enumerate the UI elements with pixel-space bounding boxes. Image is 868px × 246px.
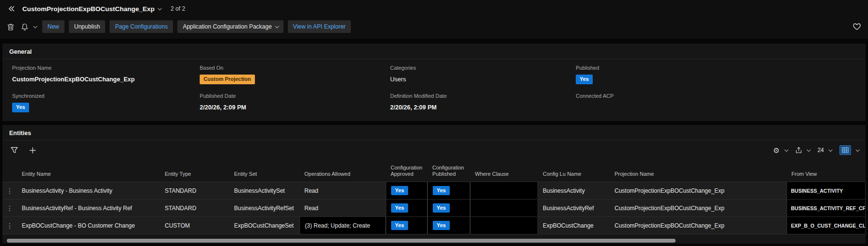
export-button[interactable] (795, 147, 810, 154)
bell-icon (21, 23, 28, 31)
cell-config-lu-name: ExpBOCustChange (538, 217, 610, 234)
view-mode-selector[interactable] (839, 145, 859, 155)
column-header-configuration-approved[interactable]: Configuration Approved (386, 165, 427, 182)
kebab-icon: ⋮ (6, 187, 13, 194)
delete-button[interactable] (6, 21, 16, 32)
kebab-icon: ⋮ (6, 222, 13, 229)
field-published: Published Yes (576, 65, 866, 84)
synchronized-badge: Yes (12, 103, 29, 112)
published-date-label: Published Date (200, 93, 390, 99)
projection-name-label: Projection Name (12, 65, 200, 71)
new-button[interactable]: New (42, 20, 64, 33)
synchronized-value: Yes (12, 103, 200, 112)
approved-badge: Yes (391, 186, 408, 195)
cell-projection-name: CustomProjectionExpBOCustChange_Exp (610, 200, 787, 216)
bell-chevron-down-icon (33, 24, 37, 28)
row-menu-button[interactable]: ⋮ (2, 217, 17, 234)
approved-badge: Yes (391, 221, 408, 230)
cell-where-clause (470, 200, 538, 216)
column-header-from-view[interactable]: From View (787, 171, 866, 182)
page-title: CustomProjectionExpBOCustChange_Exp (22, 5, 155, 13)
view-in-api-explorer-button[interactable]: View in API Explorer (288, 20, 351, 33)
collapse-back-button[interactable] (6, 3, 17, 15)
published-badge: Yes (433, 203, 450, 213)
page-configurations-button[interactable]: Page Configurations (110, 20, 173, 33)
entities-section: Entities ⚙ 24 (2, 125, 866, 244)
table-view-icon (839, 145, 851, 155)
categories-label: Categories (390, 65, 576, 71)
cell-configuration-approved: Yes (386, 217, 427, 234)
column-header-entity-type[interactable]: Entity Type (160, 171, 229, 182)
gear-chevron-down-icon (784, 148, 788, 152)
double-chevron-left-icon (8, 5, 16, 13)
heart-icon (853, 23, 861, 30)
record-pager: 2 of 2 (171, 5, 185, 12)
cell-operations-allowed: (3) Read; Update; Create (300, 217, 386, 234)
column-header-projection-name[interactable]: Projection Name (610, 171, 787, 182)
row-menu-button[interactable]: ⋮ (2, 182, 17, 199)
filter-funnel-icon (11, 147, 18, 154)
column-header-config-lu-name[interactable]: Config Lu Name (538, 171, 610, 182)
entities-section-header: Entities (2, 125, 866, 140)
column-header-configuration-published[interactable]: Configuration Published (427, 165, 470, 182)
plus-icon (30, 147, 36, 154)
grid-toolbar-right: ⚙ 24 (773, 145, 859, 155)
title-dropdown-chevron-icon[interactable] (158, 6, 162, 10)
categories-value: Users (390, 75, 576, 84)
unpublish-button[interactable]: Unpublish (69, 20, 105, 33)
package-chevron-down-icon (275, 24, 279, 28)
app-root: CustomProjectionExpBOCustChange_Exp 2 of… (0, 0, 868, 244)
cell-projection-name: CustomProjectionExpBOCustChange_Exp (610, 182, 787, 199)
cell-entity-set: BusinessActivitySet (229, 182, 300, 199)
action-toolbar: New Unpublish Page Configurations Applic… (0, 17, 868, 36)
export-chevron-down-icon (806, 148, 810, 152)
definition-modified-date-label: Definition Modified Date (390, 93, 576, 99)
published-badge: Yes (576, 75, 593, 84)
cell-configuration-published: Yes (427, 217, 470, 234)
field-categories: Categories Users (390, 65, 576, 84)
title-bar: CustomProjectionExpBOCustChange_Exp 2 of… (0, 0, 868, 17)
projection-name-value: CustomProjectionExpBOCustChange_Exp (12, 75, 200, 84)
table-row[interactable]: ⋮ BusinessActivityRef - Business Activit… (2, 200, 866, 217)
view-mode-chevron-down-icon (855, 148, 859, 152)
cell-configuration-approved: Yes (386, 182, 427, 199)
table-row[interactable]: ⋮ ExpBOCustChange - BO Customer Change C… (2, 217, 866, 234)
page-size-value: 24 (818, 147, 824, 154)
column-header-entity-set[interactable]: Entity Set (229, 171, 300, 182)
entities-section-title: Entities (9, 130, 31, 137)
column-header-entity-name[interactable]: Entity Name (17, 171, 160, 182)
application-configuration-package-dropdown[interactable]: Application Configuration Package (177, 20, 283, 33)
cell-entity-name: BusinessActivityRef - Business Activity … (17, 200, 160, 216)
entities-table: Entity Name Entity Type Entity Set Opera… (2, 160, 866, 244)
cell-projection-name: CustomProjectionExpBOCustChange_Exp (610, 217, 787, 234)
export-icon (795, 147, 802, 154)
add-entity-button[interactable] (28, 145, 37, 155)
cell-entity-name: BusinessActivity - Business Activity (17, 182, 160, 199)
horizontal-scrollbar-thumb[interactable] (7, 239, 676, 243)
field-published-date: Published Date 2/20/26, 2:09 PM (200, 93, 390, 112)
favorite-button[interactable] (852, 21, 862, 32)
page-size-chevron-down-icon (828, 148, 832, 152)
based-on-badge: Custom Projection (200, 75, 255, 84)
cell-config-lu-name: BusinessActivity (538, 182, 610, 199)
column-header-where-clause[interactable]: Where Clause (470, 171, 538, 182)
row-menu-button[interactable]: ⋮ (2, 200, 17, 216)
connected-acp-value (576, 103, 866, 112)
field-connected-acp: Connected ACP (576, 93, 866, 112)
published-date-value: 2/20/26, 2:09 PM (200, 103, 390, 112)
synchronized-label: Synchronized (12, 93, 200, 99)
filter-button[interactable] (9, 145, 19, 155)
field-definition-modified-date: Definition Modified Date 2/20/26, 2:09 P… (390, 93, 576, 112)
grid-settings-button[interactable]: ⚙ (773, 147, 787, 154)
notifications-button[interactable] (20, 21, 38, 32)
column-header-operations-allowed[interactable]: Operations Allowed (300, 171, 386, 182)
field-based-on: Based On Custom Projection (200, 65, 390, 84)
approved-badge: Yes (391, 203, 408, 213)
cell-from-view: BUSINESS_ACTIVITY (787, 182, 866, 199)
cell-from-view: EXP_B_O_CUST_CHANGE_CLV (787, 217, 866, 234)
page-size-selector[interactable]: 24 (818, 147, 832, 154)
published-badge: Yes (433, 186, 450, 195)
cell-entity-set: BusinessActivityRefSet (229, 200, 300, 216)
table-row[interactable]: ⋮ BusinessActivity - Business Activity S… (2, 182, 866, 200)
cell-configuration-published: Yes (427, 200, 470, 216)
